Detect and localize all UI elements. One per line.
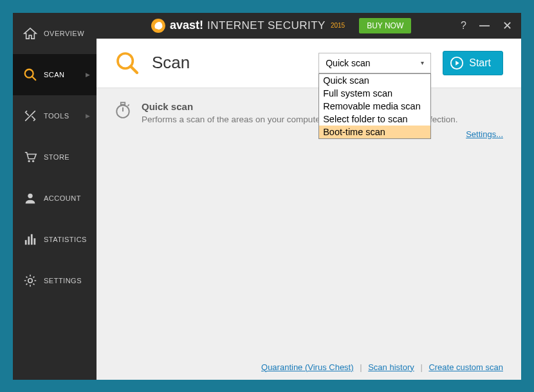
scan-history-link[interactable]: Scan history (368, 362, 414, 372)
sidebar-item-label: TOOLS (44, 112, 69, 120)
product-name: INTERNET SECURITY (207, 19, 326, 32)
dropdown-item-folder[interactable]: Select folder to scan (319, 113, 430, 126)
svg-line-17 (128, 104, 129, 106)
help-button[interactable]: ? (461, 20, 466, 32)
select-value: Quick scan (326, 58, 370, 68)
sidebar-item-statistics[interactable]: STATISTICS (13, 219, 97, 260)
sidebar-item-label: SCAN (44, 71, 65, 79)
tools-icon (23, 109, 37, 123)
svg-line-12 (131, 66, 137, 73)
sidebar-item-settings[interactable]: SETTINGS (13, 260, 97, 301)
stats-icon (23, 233, 37, 246)
sidebar-item-label: STATISTICS (44, 236, 87, 243)
sidebar-item-tools[interactable]: TOOLS ▶ (13, 95, 97, 136)
dropdown-item-quick[interactable]: Quick scan (319, 74, 430, 87)
product-year: 2015 (331, 22, 345, 29)
svg-point-4 (28, 193, 32, 198)
sidebar-item-account[interactable]: ACCOUNT (13, 178, 97, 219)
home-icon (23, 27, 37, 40)
svg-rect-8 (33, 238, 35, 245)
svg-rect-16 (121, 102, 125, 104)
dropdown-item-boot[interactable]: Boot-time scan (319, 126, 430, 138)
chevron-right-icon: ▶ (86, 113, 90, 119)
svg-point-3 (32, 160, 34, 162)
person-icon (23, 191, 37, 205)
sidebar-item-label: SETTINGS (44, 277, 82, 285)
svg-point-9 (28, 278, 32, 282)
buy-now-button[interactable]: BUY NOW (359, 18, 411, 33)
create-custom-scan-link[interactable]: Create custom scan (428, 362, 503, 372)
brand-name: avast! (170, 19, 203, 32)
main-area: avast! INTERNET SECURITY 2015 BUY NOW ? … (97, 13, 521, 380)
page-header: Scan Quick scan ▾ Quick scan Full system… (97, 39, 521, 88)
scan-type-dropdown: Quick scan Full system scan Removable me… (318, 73, 431, 139)
svg-line-1 (32, 76, 36, 80)
sidebar-item-overview[interactable]: OVERVIEW (13, 13, 97, 54)
quarantine-link[interactable]: Quarantine (Virus Chest) (261, 362, 354, 372)
sidebar-item-label: ACCOUNT (44, 194, 81, 202)
cart-icon (23, 151, 37, 163)
search-icon (23, 68, 37, 82)
content-area: Quick scan Performs a scan of the areas … (97, 88, 521, 380)
close-button[interactable]: ✕ (502, 19, 512, 33)
svg-rect-7 (31, 234, 33, 244)
scan-type-select[interactable]: Quick scan ▾ Quick scan Full system scan… (318, 53, 431, 73)
app-window: OVERVIEW SCAN ▶ TOOLS ▶ STORE (13, 13, 521, 380)
start-button[interactable]: Start (443, 51, 503, 75)
sidebar-item-scan[interactable]: SCAN ▶ (13, 54, 97, 95)
svg-rect-6 (28, 236, 30, 245)
play-icon (450, 56, 464, 70)
scan-icon (115, 50, 140, 76)
settings-link[interactable]: Settings... (466, 129, 503, 139)
brand: avast! INTERNET SECURITY 2015 (151, 18, 345, 33)
dropdown-item-removable[interactable]: Removable media scan (319, 100, 430, 113)
page-title: Scan (152, 53, 307, 73)
stopwatch-icon (115, 101, 131, 119)
sidebar-item-label: STORE (44, 153, 69, 161)
gear-icon (23, 274, 37, 288)
titlebar: avast! INTERNET SECURITY 2015 BUY NOW ? … (97, 13, 521, 39)
chevron-right-icon: ▶ (86, 71, 90, 78)
footer-links: Quarantine (Virus Chest) | Scan history … (261, 362, 503, 372)
sidebar-item-label: OVERVIEW (44, 30, 84, 37)
minimize-button[interactable]: — (479, 20, 490, 32)
sidebar: OVERVIEW SCAN ▶ TOOLS ▶ STORE (13, 13, 97, 380)
svg-point-2 (28, 160, 30, 162)
svg-rect-5 (25, 239, 27, 244)
sidebar-item-store[interactable]: STORE (13, 136, 97, 178)
avast-logo-icon (151, 18, 166, 33)
chevron-down-icon: ▾ (421, 59, 424, 66)
start-label: Start (469, 57, 491, 69)
dropdown-item-full[interactable]: Full system scan (319, 87, 430, 100)
